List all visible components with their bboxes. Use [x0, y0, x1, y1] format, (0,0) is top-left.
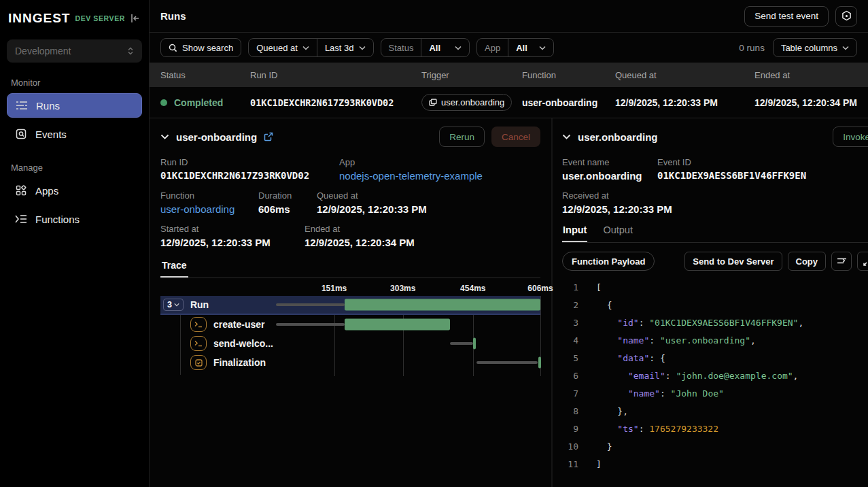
column-header: Function [522, 70, 615, 80]
send-to-dev-server-button[interactable]: Send to Dev Server [684, 252, 782, 271]
code-line: 9 "ts": 1765279233322 [562, 420, 868, 438]
function-payload-button[interactable]: Function Payload [562, 252, 655, 271]
app-label: App [339, 157, 483, 167]
axis-tick-label: 303ms [390, 284, 415, 293]
environment-select[interactable]: Development [7, 39, 142, 63]
trace-row-label: Finalization [213, 357, 266, 368]
step-terminal-icon [190, 336, 207, 351]
detail-split: user-onboarding Rerun Cancel Run ID 01KC… [150, 118, 868, 487]
trace-row-send-welco---[interactable]: send-welco... [160, 334, 540, 353]
show-search-button[interactable]: Show search [160, 38, 241, 57]
table-columns-dropdown[interactable]: Table columns [773, 38, 857, 57]
sidebar-item-apps[interactable]: Apps [7, 178, 142, 203]
queue-delay-bar [450, 342, 473, 345]
word-wrap-button[interactable] [831, 252, 852, 271]
events-icon [15, 129, 27, 139]
status-filter-label: Status [381, 39, 421, 56]
app-window: INNGEST DEV SERVER Development Monitor R… [0, 0, 868, 487]
page-title: Runs [160, 10, 186, 22]
sidebar-item-events[interactable]: Events [7, 122, 142, 146]
chevron-down-icon [359, 46, 366, 50]
ended-at-cell: 12/9/2025, 12:20:34 PM [754, 97, 857, 108]
expand-button[interactable] [857, 252, 868, 271]
word-wrap-icon [837, 257, 847, 265]
time-filter-group: Queued at Last 3d [248, 38, 373, 57]
axis-tick-label: 454ms [460, 284, 485, 293]
collapse-chevron-icon[interactable] [562, 134, 571, 140]
axis-tick-label: 151ms [322, 284, 347, 293]
runs-table-header: Status Run ID Trigger Function Queued at… [150, 63, 868, 87]
column-header: Queued at [615, 70, 754, 80]
external-link-icon[interactable] [264, 132, 273, 141]
inngest-logo: INNGEST [8, 11, 70, 26]
event-id-value: 01KC1DEX9AESS6BF1V46FFK9EN [657, 170, 806, 181]
duration-value: 606ms [258, 203, 317, 215]
function-label: Function [160, 190, 258, 201]
trigger-cell: user.onboarding [421, 94, 522, 111]
trace-row-label: Run [190, 299, 209, 310]
code-line: 1[ [562, 279, 868, 297]
app-filter-dropdown[interactable]: All [508, 39, 553, 56]
send-test-event-button[interactable]: Send test event [744, 6, 829, 27]
sidebar-item-runs[interactable]: Runs [7, 93, 142, 118]
payload-toolbar: Function Payload Send to Dev Server Copy [562, 252, 868, 271]
queued-at-dropdown[interactable]: Queued at [249, 39, 317, 56]
trace-axis: 151ms303ms454ms606ms [276, 284, 540, 296]
column-header: Ended at [754, 70, 857, 80]
code-line: 7 "name": "John Doe" [562, 385, 868, 403]
status-cell: Completed [160, 97, 250, 108]
run-id-value: 01KC1DEXCHR2N617Z93RK0VD02 [160, 170, 339, 181]
chevron-down-icon [539, 46, 546, 50]
functions-icon [15, 214, 27, 224]
payload-tabs: Input Output [562, 224, 868, 243]
event-icon [429, 99, 437, 107]
tab-trace[interactable]: Trace [160, 260, 188, 278]
run-title: user-onboarding [176, 131, 257, 143]
received-at-value: 12/9/2025, 12:20:33 PM [562, 203, 672, 215]
updown-chevron-icon [127, 46, 134, 56]
cancel-button: Cancel [491, 127, 540, 147]
function-link[interactable]: user-onboarding [160, 203, 258, 215]
event-title: user.onboarding [578, 131, 658, 143]
chevron-down-icon [302, 46, 309, 50]
ended-at-label: Ended at [305, 224, 415, 234]
gear-icon [841, 10, 852, 22]
trace-row-create-user[interactable]: create-user [160, 315, 540, 334]
finalization-icon [190, 355, 207, 370]
trace-row-run[interactable]: 3Run [160, 296, 540, 315]
code-line: 8 }, [562, 403, 868, 420]
queued-at-value: 12/9/2025, 12:20:33 PM [317, 203, 427, 215]
app-link[interactable]: nodejs-open-telemetry-example [339, 170, 483, 182]
function-cell: user-onboarding [522, 97, 615, 108]
invoke-button[interactable]: Invoke [833, 127, 868, 147]
app-filter-label: App [477, 39, 508, 56]
children-count-badge[interactable]: 3 [163, 299, 184, 311]
settings-button[interactable] [835, 6, 857, 27]
collapse-sidebar-icon[interactable] [130, 13, 141, 24]
duration-label: Duration [258, 190, 317, 201]
apps-icon [15, 185, 27, 196]
event-detail-panel: user.onboarding Invoke Event name user.o… [553, 118, 868, 487]
tab-input[interactable]: Input [562, 224, 587, 242]
sidebar-item-label: Apps [35, 185, 58, 197]
sidebar-item-label: Events [35, 129, 67, 140]
code-line: 11] [562, 456, 868, 473]
table-row[interactable]: Completed 01KC1DEXCHR2N617Z93RK0VD02 use… [150, 87, 868, 118]
trigger-badge[interactable]: user.onboarding [421, 94, 512, 111]
code-line: 4 "name": "user.onboarding", [562, 332, 868, 350]
status-filter-dropdown[interactable]: All [421, 39, 469, 56]
column-header: Trigger [421, 70, 522, 80]
logo-row: INNGEST DEV SERVER [0, 0, 149, 35]
trace-row-label: create-user [213, 319, 265, 330]
payload-code[interactable]: 1[2 {3 "id": "01KC1DEX9AESS6BF1V46FFK9EN… [562, 279, 868, 473]
trace-row-finalization[interactable]: Finalization [160, 353, 540, 372]
time-range-dropdown[interactable]: Last 3d [317, 39, 373, 56]
runs-count: 0 runs [739, 43, 765, 53]
rerun-button[interactable]: Rerun [439, 127, 485, 147]
sidebar-item-functions[interactable]: Functions [7, 207, 142, 231]
queue-delay-bar [276, 323, 345, 326]
copy-button[interactable]: Copy [788, 252, 827, 271]
collapse-chevron-icon[interactable] [160, 134, 169, 140]
code-line: 2 { [562, 297, 868, 314]
tab-output[interactable]: Output [602, 224, 633, 242]
